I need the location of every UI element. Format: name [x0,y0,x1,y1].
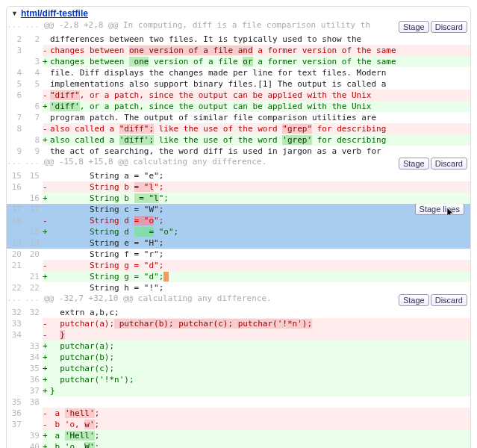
diff-line-context[interactable]: 99 the act of searching, the word diff i… [7,146,470,157]
diff-line-context[interactable]: 44 file. Diff displays the changes made … [7,67,470,78]
diff-line-context[interactable]: 55 implementations also support binary f… [7,78,470,90]
discard-button[interactable]: Discard [431,294,467,306]
diff-line-added[interactable]: 6 + 'diff', or a patch, since the output… [7,101,470,112]
diff-line-added-selected[interactable]: 18 + String d = "o"; [7,226,470,237]
new-lineno: 2 [25,34,43,45]
file-path-link[interactable]: html/diff-testfile [21,8,88,19]
diff-line-context[interactable]: 3232 extrn a,b,c; [7,307,470,318]
diff-line-added[interactable]: 40 + b 'o, W'; [7,441,470,448]
diff-line-context[interactable]: 77 program patch. The output of similar … [7,112,470,123]
stage-button[interactable]: Stage [399,158,429,169]
diff-line-deleted[interactable]: 34 - } [7,329,470,340]
hunk-header-1: ... ... @@ -2,8 +2,8 @@ In computing, di… [7,20,470,34]
diff-line-deleted-selected[interactable]: 18 - String d = "o"; [7,215,470,226]
diff-line-deleted[interactable]: 37 - b 'o, w'; [7,419,470,430]
diff-line-deleted[interactable]: 33 - putchar(a); putchar(b); putchar(c);… [7,318,470,329]
diff-line-added[interactable]: 34 + putchar(b); [7,352,470,363]
hunk-text: @@ -2,8 +2,8 @@ In computing, diff is a … [43,20,370,34]
old-lineno: 2 [7,34,25,45]
stage-button[interactable]: Stage [399,21,429,33]
diff-line-context-selected[interactable]: 1717 String c = "W"; Stage lines [7,204,470,215]
discard-button[interactable]: Discard [431,158,467,169]
diff-line-added[interactable]: 16 + String b = "l"; [7,193,470,204]
diff-line-added[interactable]: 39 + a 'Hell'; [7,430,470,441]
diff-line-added[interactable]: 8 + also called a 'diff'; like the use o… [7,134,470,146]
diff-line-context[interactable]: 3538 [7,396,470,408]
stage-button[interactable]: Stage [399,294,429,306]
diff-line-added[interactable]: 21 + String g = "d"; [7,271,470,282]
diff-line-deleted[interactable]: 36 - a 'hell'; [7,408,470,419]
diff-line-added[interactable]: 33 + putchar(a); [7,340,470,352]
diff-line-deleted[interactable]: 3 - changes between one version of a fil… [7,45,470,56]
diff-line-deleted[interactable]: 6 - "diff", or a patch, since the output… [7,90,470,101]
diff-line-context[interactable]: 2020 String f = "r"; [7,249,470,260]
diff-line-added[interactable]: 35 + putchar(c); [7,363,470,374]
hunk-header-2: ...... @@ -15,8 +15,8 @@ calculating any… [7,157,470,170]
diff-line-context[interactable]: 2 2 differences between two files. It is… [7,34,470,45]
lineno-dots: ... [7,20,25,34]
discard-button[interactable]: Discard [431,21,467,33]
diff-line-deleted[interactable]: 16 - String b = "l"; [7,181,470,193]
stage-lines-button[interactable]: Stage lines [415,204,464,215]
hunk-header-3: ...... @@ -32,7 +32,10 @@ calculating an… [7,293,470,307]
collapse-triangle-icon[interactable]: ▼ [11,10,18,17]
diff-line-added[interactable]: 36 + putchar('!*n'); [7,374,470,385]
diff-line-deleted[interactable]: 21 - String g = "d"; [7,260,470,271]
diff-container: ▼ html/diff-testfile ... ... @@ -2,8 +2,… [6,6,471,448]
diff-line-context-selected[interactable]: 1919 String e = "H"; [7,237,470,249]
diff-line-context[interactable]: 1515 String a = "e"; [7,170,470,181]
diff-line-added[interactable]: 37 +} [7,385,470,396]
diff-line-context[interactable]: 2222 String h = "!"; [7,282,470,293]
lineno-dots: ... [25,20,43,34]
diff-line-added[interactable]: 3 + changes between one version of a fil… [7,56,470,67]
diff-line-deleted[interactable]: 8 - also called a "diff"; like the use o… [7,123,470,134]
file-header: ▼ html/diff-testfile [7,7,470,20]
